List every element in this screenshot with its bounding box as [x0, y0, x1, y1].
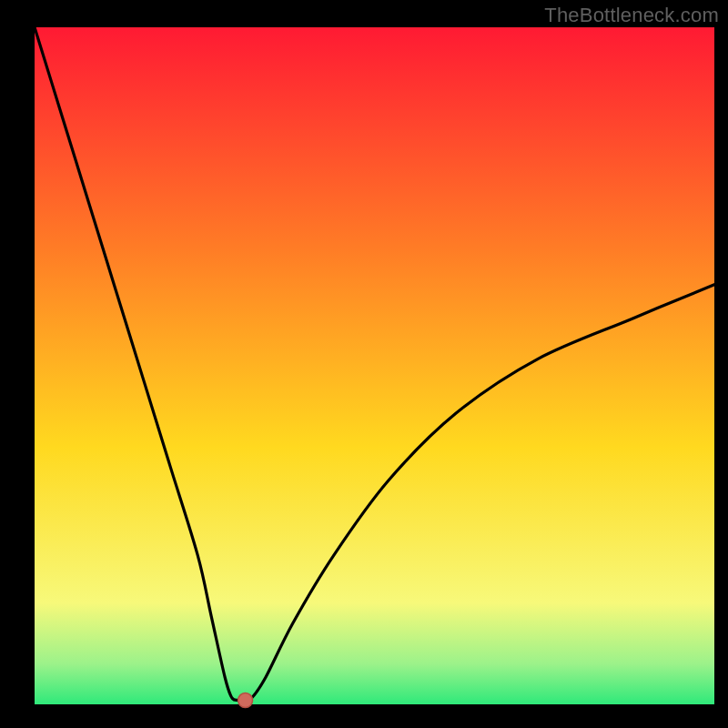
attribution-label: TheBottleneck.com — [544, 4, 719, 27]
chart-frame: TheBottleneck.com — [0, 0, 728, 728]
plot-background — [35, 27, 714, 704]
optimum-marker — [238, 693, 253, 708]
bottleneck-chart — [0, 0, 728, 728]
